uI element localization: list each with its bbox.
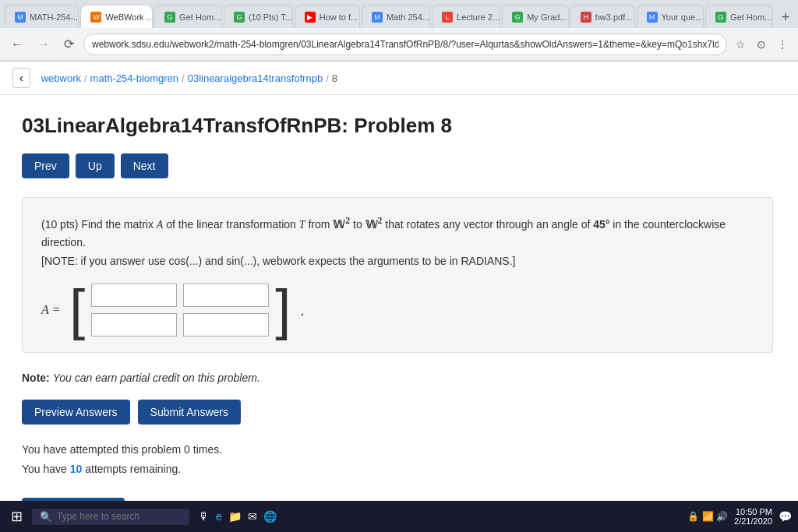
prev-button[interactable]: Prev bbox=[22, 153, 69, 178]
tab-9[interactable]: H hw3.pdf... × bbox=[570, 5, 635, 28]
taskbar: ⊞ 🔍 🎙 e 📁 ✉ 🌐 🔒 📶 🔊 10:50 PM 2/21/2020 💬 bbox=[0, 501, 798, 532]
reload-button[interactable]: ⟳ bbox=[59, 33, 79, 55]
matrix-bracket-right: ] bbox=[275, 286, 291, 333]
problem-desc-2: of the linear transformation bbox=[166, 218, 298, 231]
matrix-bracket-left: [ bbox=[69, 286, 85, 333]
nav-icons: ☆ ⊙ ⋮ bbox=[732, 36, 792, 53]
forward-button[interactable]: → bbox=[33, 34, 55, 55]
problem-desc-5: that rotates any vector through an angle… bbox=[385, 218, 593, 231]
main-content: 03LinearAlgebra14TransfOfRnPB: Problem 8… bbox=[0, 95, 795, 532]
note-section: Note: You can earn partial credit on thi… bbox=[22, 372, 773, 384]
transform-var-label: T bbox=[299, 219, 305, 231]
remaining-count-val: 10 bbox=[70, 463, 83, 475]
problem-text: (10 pts) Find the matrix A of the linear… bbox=[41, 213, 754, 271]
breadcrumb-webwork[interactable]: webwork bbox=[41, 72, 81, 84]
problem-desc-3: from bbox=[308, 218, 333, 231]
problem-desc-1: Find the matrix bbox=[81, 218, 156, 231]
time-display: 10:50 PM bbox=[734, 507, 772, 516]
problem-points: (10 pts) bbox=[41, 218, 78, 231]
attempt-info: You have attempted this problem 0 times.… bbox=[22, 440, 773, 479]
breadcrumb-bar: ‹ webwork / math-254-blomgren / 03linear… bbox=[0, 62, 798, 95]
taskbar-icon-mail[interactable]: ✉ bbox=[248, 510, 257, 523]
address-bar[interactable] bbox=[83, 33, 727, 55]
tab-5[interactable]: ▶ How to f... × bbox=[295, 5, 360, 28]
tab-4[interactable]: G (10 Pts) T... × bbox=[224, 5, 293, 28]
remaining-pre: You have bbox=[22, 463, 67, 475]
tab-6[interactable]: M Math 254... × bbox=[362, 5, 430, 28]
matrix-input-r1c1[interactable] bbox=[91, 284, 177, 307]
submit-answers-button[interactable]: Submit Answers bbox=[138, 400, 241, 425]
new-tab-button[interactable]: + bbox=[778, 6, 793, 28]
matrix-input-r1c2[interactable] bbox=[183, 284, 269, 307]
remaining-post-val: attempts remaining. bbox=[85, 463, 181, 475]
taskbar-icon-cortana[interactable]: 🎙 bbox=[199, 510, 210, 523]
matrix-input-r2c1[interactable] bbox=[91, 313, 177, 336]
start-button[interactable]: ⊞ bbox=[6, 506, 27, 527]
menu-button[interactable]: ⋮ bbox=[773, 36, 792, 53]
matrix-container: A = [ ] . bbox=[41, 284, 754, 336]
preview-answers-button[interactable]: Preview Answers bbox=[22, 400, 130, 425]
tab-3[interactable]: G Get Hom... × bbox=[154, 5, 222, 28]
tab-8[interactable]: G My Grad... × bbox=[502, 5, 568, 28]
nav-button-group: Prev Up Next bbox=[22, 153, 773, 178]
codomain-label: 𝕎2 bbox=[365, 219, 383, 231]
browser-chrome: M MATH-254-... × W WeBWork ... × G Get H… bbox=[0, 0, 798, 62]
notification-icon[interactable]: 💬 bbox=[779, 510, 792, 523]
attempt-times: times. bbox=[193, 443, 222, 456]
taskbar-search-box[interactable]: 🔍 bbox=[32, 509, 189, 525]
breadcrumb-problem-set[interactable]: 03linearalgebra14transfofrnpb bbox=[188, 72, 323, 84]
matrix-var-label: A bbox=[157, 219, 164, 231]
search-icon: 🔍 bbox=[40, 511, 52, 523]
next-button[interactable]: Next bbox=[121, 153, 168, 178]
nav-bar: ← → ⟳ ☆ ⊙ ⋮ bbox=[0, 28, 798, 61]
back-button[interactable]: ← bbox=[6, 34, 28, 55]
breadcrumb-course[interactable]: math-254-blomgren bbox=[90, 72, 178, 84]
action-buttons: Preview Answers Submit Answers bbox=[22, 400, 773, 425]
breadcrumb-sep-3: / bbox=[326, 72, 329, 84]
taskbar-search-input[interactable] bbox=[57, 511, 182, 522]
breadcrumb-problem-num: 8 bbox=[332, 72, 337, 84]
taskbar-left: ⊞ 🔍 🎙 e 📁 ✉ 🌐 bbox=[6, 506, 277, 527]
up-button[interactable]: Up bbox=[76, 153, 115, 178]
bookmark-button[interactable]: ☆ bbox=[732, 36, 750, 53]
tab-1[interactable]: M MATH-254-... × bbox=[5, 5, 79, 28]
tab-2[interactable]: W WeBWork ... × bbox=[80, 5, 153, 28]
tab-bar: M MATH-254-... × W WeBWork ... × G Get H… bbox=[0, 0, 798, 28]
taskbar-icon-edge[interactable]: e bbox=[216, 510, 222, 523]
attempt-line-2: You have 10 attempts remaining. bbox=[22, 460, 773, 479]
problem-note-text: [NOTE: if you answer use cos(...) and si… bbox=[41, 255, 515, 267]
tab-11[interactable]: G Get Hom... × bbox=[705, 5, 773, 28]
problem-box: (10 pts) Find the matrix A of the linear… bbox=[22, 197, 773, 353]
sidebar-toggle[interactable]: ‹ bbox=[12, 68, 30, 88]
attempt-pre: You have attempted this problem bbox=[22, 443, 181, 456]
attempt-line-1: You have attempted this problem 0 times. bbox=[22, 440, 773, 460]
domain-label: 𝕎2 bbox=[333, 219, 350, 231]
attempt-count-val: 0 bbox=[184, 443, 190, 456]
system-tray: 🔒 📶 🔊 bbox=[687, 511, 728, 522]
problem-desc-4: to bbox=[353, 218, 365, 231]
matrix-dot: . bbox=[300, 301, 305, 319]
taskbar-icon-explorer[interactable]: 📁 bbox=[228, 510, 242, 523]
breadcrumb-sep-2: / bbox=[182, 72, 185, 84]
page-title: 03LinearAlgebra14TransfOfRnPB: Problem 8 bbox=[22, 114, 773, 138]
matrix-grid bbox=[91, 284, 269, 336]
note-content: You can earn partial credit on this prob… bbox=[53, 372, 260, 384]
matrix-input-r2c2[interactable] bbox=[183, 313, 269, 336]
tab-10[interactable]: M Your que... × bbox=[637, 5, 704, 28]
taskbar-icon-chrome[interactable]: 🌐 bbox=[263, 510, 277, 523]
taskbar-time: 10:50 PM 2/21/2020 bbox=[734, 507, 772, 526]
tab-7[interactable]: L Lecture 2... × bbox=[432, 5, 500, 28]
matrix-equals-label: A = bbox=[41, 303, 60, 317]
account-button[interactable]: ⊙ bbox=[753, 36, 770, 53]
note-label: Note: bbox=[22, 372, 50, 384]
angle-label: 45° bbox=[593, 218, 609, 231]
breadcrumb-sep-1: / bbox=[84, 72, 87, 84]
taskbar-pinned-apps: 🎙 e 📁 ✉ 🌐 bbox=[199, 510, 277, 523]
date-display: 2/21/2020 bbox=[734, 516, 772, 526]
taskbar-right: 🔒 📶 🔊 10:50 PM 2/21/2020 💬 bbox=[687, 507, 792, 526]
